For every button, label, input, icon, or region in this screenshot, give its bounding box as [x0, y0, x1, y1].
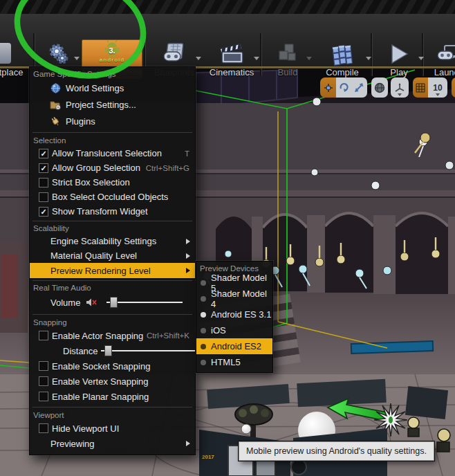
checkbox-unchecked[interactable]	[39, 376, 48, 386]
slider-track	[101, 350, 195, 351]
submenu-item-label: Android ES2	[211, 341, 261, 351]
checkbox-checked[interactable]	[39, 207, 48, 217]
submenu-arrow-icon	[186, 253, 190, 259]
build-blocks-icon	[277, 41, 299, 67]
menu-item-hide-viewport-ui[interactable]: Hide Viewport UI	[30, 421, 195, 436]
tooltip-text: Mobile preview using Android's quality s…	[246, 446, 427, 456]
volume-slider[interactable]	[106, 297, 183, 308]
menu-section-header: Game Specific Settings	[30, 68, 195, 80]
checkbox-unchecked[interactable]	[39, 392, 48, 401]
menu-item-label: Enable Socket Snapping	[52, 361, 150, 372]
submenu-item-label: Shader Model 4	[211, 289, 272, 309]
radio-unselected	[201, 344, 206, 349]
compile-button[interactable]: Compile	[313, 39, 372, 79]
menu-item-project-settings[interactable]: Project Settings...	[30, 96, 195, 113]
folder-gear-icon	[49, 99, 62, 110]
build-button[interactable]: Build	[263, 39, 313, 79]
tooltip: Mobile preview using Android's quality s…	[239, 441, 434, 461]
menu-item-label: Volume	[50, 298, 80, 308]
menu-item-label: Distance	[63, 346, 98, 356]
checkbox-unchecked[interactable]	[39, 192, 48, 202]
submenu-item-ios[interactable]: iOS	[196, 322, 272, 338]
submenu-item-android-es-31[interactable]: Android ES 3.1	[196, 306, 272, 322]
launch-button[interactable]: Launch	[425, 39, 455, 79]
menu-item-distance: Distance	[30, 343, 195, 358]
menu-section-header: Viewport	[30, 410, 195, 421]
menu-item-enable-socket-snapping[interactable]: Enable Socket Snapping	[30, 358, 195, 374]
move-tool-button[interactable]	[320, 77, 336, 98]
rotate-tool-button[interactable]	[336, 77, 351, 98]
checkbox-unchecked[interactable]	[39, 361, 48, 371]
menu-item-enable-actor-snapping[interactable]: Enable Actor Snapping Ctrl+Shift+K	[30, 328, 195, 343]
grid-snap-button[interactable]	[413, 77, 428, 98]
radio-unselected	[201, 296, 206, 302]
menu-item-plugins[interactable]: Plugins	[30, 113, 195, 129]
transform-gizmo-button[interactable]	[391, 77, 409, 98]
submenu-item-shader-model-4[interactable]: Shader Model 4	[196, 291, 272, 306]
menu-item-box-select-occluded-objects[interactable]: Box Select Occluded Objects	[30, 190, 195, 204]
checkbox-unchecked[interactable]	[39, 178, 48, 187]
menu-item-label: Allow Translucent Selection	[52, 148, 162, 158]
menu-section-header: Real Time Audio	[30, 282, 195, 293]
scale-icon	[354, 82, 364, 93]
menu-item-label: Material Quality Level	[50, 250, 137, 261]
cinematics-button[interactable]: Cinematics	[203, 39, 260, 79]
chevron-down-icon	[306, 57, 312, 60]
menu-item-engine-scalability-settings[interactable]: Engine Scalability Settings	[30, 234, 195, 248]
submenu-item-android-es2[interactable]: Android ES2	[196, 338, 272, 354]
menu-item-label: Previewing	[50, 439, 95, 449]
radio-unselected	[201, 328, 206, 333]
menu-item-label: Allow Group Selection	[52, 163, 140, 173]
checkbox-checked[interactable]	[39, 163, 48, 173]
menu-item-show-transform-widget[interactable]: Show Transform Widget	[30, 204, 195, 219]
submenu-item-label: iOS	[211, 325, 226, 336]
move-icon	[323, 82, 334, 93]
menu-item-strict-box-selection[interactable]: Strict Box Selection	[30, 175, 195, 190]
grid-icon	[416, 83, 425, 93]
menu-item-label: Engine Scalability Settings	[50, 236, 156, 246]
rotation-snap-button[interactable]	[452, 77, 455, 98]
slider-track	[106, 302, 183, 303]
menu-item-allow-translucent-selection[interactable]: Allow Translucent Selection T	[30, 146, 195, 161]
slider-handle[interactable]	[110, 297, 118, 308]
menu-item-label: Plugins	[66, 116, 95, 127]
menu-item-allow-group-selection[interactable]: Allow Group Selection Ctrl+Shift+G	[30, 161, 195, 175]
chevron-down-icon	[74, 57, 80, 60]
menu-separator	[30, 129, 195, 135]
submenu-arrow-icon	[186, 441, 190, 446]
menu-section-header: Scalability	[30, 223, 195, 234]
wall-banner	[1, 254, 18, 318]
scale-tool-button[interactable]	[351, 77, 367, 98]
checkbox-unchecked[interactable]	[39, 423, 48, 433]
checkbox-checked[interactable]	[39, 149, 48, 158]
globe-icon	[374, 82, 385, 93]
distance-slider[interactable]	[101, 345, 195, 356]
menu-item-label: Strict Box Selection	[52, 177, 130, 187]
menu-separator	[30, 404, 195, 410]
radio-selected	[201, 312, 206, 318]
play-label: Play	[390, 67, 407, 77]
chevron-down-icon	[436, 93, 440, 96]
compile-cubes-icon	[331, 41, 354, 67]
menu-item-world-settings[interactable]: World Settings	[30, 80, 195, 96]
grid-size-button[interactable]: 10	[428, 77, 447, 98]
checkbox-unchecked[interactable]	[39, 331, 48, 340]
shortcut-label: T	[185, 149, 195, 158]
toolbar-separator	[260, 33, 262, 76]
preview-devices-submenu: Preview Devices Shader Model 5 Shader Mo…	[196, 261, 273, 373]
play-button[interactable]: Play	[373, 39, 425, 79]
menu-item-preview-rendering-level[interactable]: Preview Rendering Level	[30, 263, 195, 278]
settings-menu: Game Specific Settings World Settings Pr…	[29, 66, 196, 455]
menu-item-material-quality-level[interactable]: Material Quality Level	[30, 248, 195, 263]
play-icon	[389, 41, 409, 67]
menu-item-enable-planar-snapping[interactable]: Enable Planar Snapping	[30, 389, 195, 404]
slate-board	[405, 386, 448, 419]
menu-item-label: Hide Viewport UI	[52, 423, 119, 434]
menu-item-label: Show Transform Widget	[52, 206, 148, 217]
menu-item-previewing[interactable]: Previewing	[30, 436, 195, 451]
kiosk-year-left: 2017	[202, 454, 214, 460]
menu-item-enable-vertex-snapping[interactable]: Enable Vertex Snapping	[30, 374, 195, 389]
submenu-item-html5[interactable]: HTML5	[196, 354, 272, 370]
world-coordinate-button[interactable]	[371, 77, 388, 98]
slider-handle[interactable]	[104, 345, 112, 356]
